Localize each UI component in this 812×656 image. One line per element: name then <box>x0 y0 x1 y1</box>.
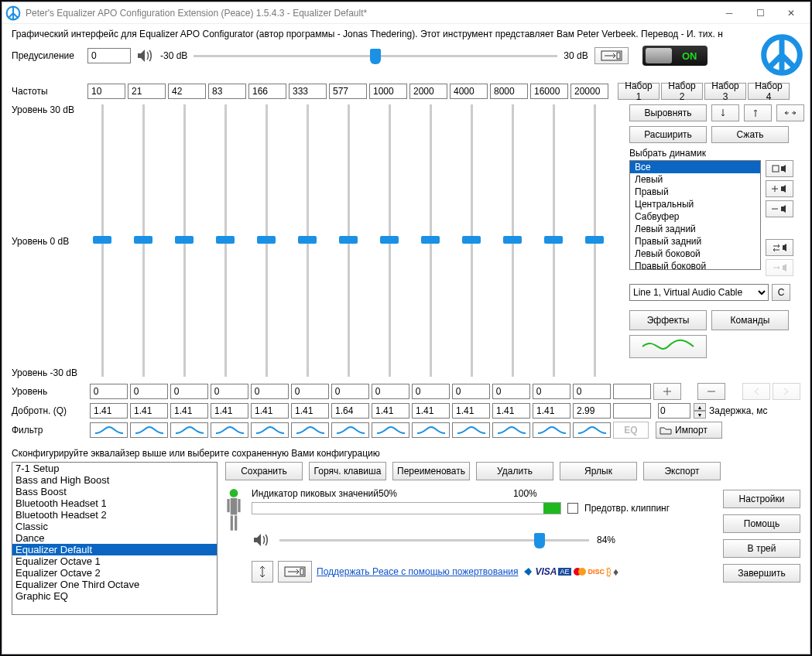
eq-slider-8[interactable] <box>423 104 437 377</box>
shortcut-button[interactable]: Ярлык <box>560 462 637 480</box>
gain-input-1[interactable] <box>130 384 168 399</box>
speaker-icon[interactable] <box>135 47 156 64</box>
tray-button[interactable]: В трей <box>723 539 800 558</box>
preset-item[interactable]: Equalizer Octave 2 <box>12 567 217 579</box>
q-input-4[interactable] <box>251 403 289 419</box>
preset-item[interactable]: Bluetooth Headset 2 <box>12 509 217 521</box>
filter-type-2[interactable] <box>170 422 208 438</box>
frequency-input-7[interactable] <box>369 84 407 99</box>
gain-input-2[interactable] <box>170 384 208 399</box>
frequency-input-10[interactable] <box>490 84 528 99</box>
sort-up-button[interactable] <box>744 104 772 121</box>
gain-right-button[interactable] <box>773 383 800 400</box>
preamp-slider[interactable] <box>194 47 557 64</box>
gain-input-10[interactable] <box>492 384 530 399</box>
gain-input-12[interactable] <box>573 384 611 399</box>
frequency-input-5[interactable] <box>289 84 327 99</box>
speaker-copy-button[interactable] <box>766 259 793 276</box>
speaker-item[interactable]: Левый боковой <box>630 248 760 260</box>
q-extra-input[interactable] <box>613 403 651 419</box>
eq-slider-6[interactable] <box>341 104 355 377</box>
filter-type-12[interactable] <box>573 422 611 438</box>
eq-slider-9[interactable] <box>464 104 478 377</box>
q-input-0[interactable] <box>90 403 128 419</box>
gain-input-3[interactable] <box>211 384 248 399</box>
speaker-remove-button[interactable] <box>766 200 793 217</box>
q-input-3[interactable] <box>211 403 248 419</box>
frequency-input-9[interactable] <box>450 84 488 99</box>
maximize-button[interactable]: ☐ <box>745 3 776 23</box>
settings-button[interactable]: Настройки <box>723 490 800 508</box>
gain-add-button[interactable] <box>653 383 681 400</box>
expand-button[interactable]: Расширить <box>629 126 707 143</box>
preset-slot-1[interactable]: Набор 1 <box>618 83 660 100</box>
speaker-mono-button[interactable] <box>766 160 793 177</box>
preset-item[interactable]: Bass Boost <box>12 486 217 497</box>
delay-input[interactable]: 0 <box>658 403 690 419</box>
frequency-input-6[interactable] <box>329 84 367 99</box>
preset-item[interactable]: Equalizer Default <box>12 544 217 555</box>
gain-left-button[interactable] <box>742 383 770 400</box>
help-button[interactable]: Помощь <box>723 514 800 533</box>
filter-type-10[interactable] <box>492 422 530 438</box>
save-button[interactable]: Сохранить <box>225 462 303 480</box>
power-toggle[interactable]: ON <box>642 46 708 66</box>
gain-input-6[interactable] <box>331 384 369 399</box>
preamp-input[interactable] <box>87 48 131 63</box>
gain-input-0[interactable] <box>90 384 128 399</box>
preset-item[interactable]: Classic <box>12 521 217 532</box>
filter-type-4[interactable] <box>251 422 289 438</box>
volume-icon[interactable] <box>252 531 272 548</box>
q-input-2[interactable] <box>170 403 208 419</box>
frequency-input-8[interactable] <box>409 84 447 99</box>
speaker-item[interactable]: Сабвуфер <box>630 210 760 223</box>
resize-vertical-button[interactable] <box>252 561 273 583</box>
frequency-input-12[interactable] <box>570 84 608 99</box>
q-input-12[interactable] <box>573 403 611 419</box>
speaker-add-button[interactable] <box>766 180 793 197</box>
preset-slot-3[interactable]: Набор 3 <box>704 83 746 100</box>
gain-input-11[interactable] <box>533 384 570 399</box>
device-c-button[interactable]: C <box>772 284 790 301</box>
commands-button[interactable]: Команды <box>711 310 789 330</box>
filter-type-5[interactable] <box>291 422 329 438</box>
speaker-item[interactable]: Правый <box>630 186 760 198</box>
preset-item[interactable]: 7-1 Setup <box>12 463 217 474</box>
q-input-7[interactable] <box>372 403 409 419</box>
preset-slot-4[interactable]: Набор 4 <box>748 83 790 100</box>
q-input-9[interactable] <box>452 403 490 419</box>
frequency-input-2[interactable] <box>168 84 206 99</box>
frequency-input-11[interactable] <box>530 84 568 99</box>
eq-slider-12[interactable] <box>588 104 601 377</box>
preset-item[interactable]: Graphic EQ <box>12 590 217 602</box>
delay-spinner[interactable]: ▲▼ <box>694 403 706 419</box>
eq-slider-0[interactable] <box>95 104 109 377</box>
swap-lr-button[interactable] <box>776 104 804 121</box>
filter-type-6[interactable] <box>331 422 369 438</box>
eq-slider-5[interactable] <box>300 104 314 377</box>
minimize-button[interactable]: ─ <box>714 3 745 23</box>
export-button[interactable]: Экспорт <box>643 462 721 480</box>
preset-item[interactable]: Equalizer Octave 1 <box>12 555 217 567</box>
preset-item[interactable]: Dance <box>12 532 217 544</box>
eq-slider-11[interactable] <box>546 104 560 377</box>
preset-item[interactable]: Bass and High Boost <box>12 474 217 486</box>
gain-input-7[interactable] <box>372 384 409 399</box>
prevent-clipping-checkbox[interactable] <box>567 503 578 514</box>
filter-type-11[interactable] <box>533 422 570 438</box>
filter-type-1[interactable] <box>130 422 168 438</box>
speaker-item[interactable]: Центральный <box>630 198 760 210</box>
q-input-1[interactable] <box>130 403 168 419</box>
eq-slider-4[interactable] <box>259 104 273 377</box>
hotkey-button[interactable]: Горяч. клавиша <box>309 462 386 480</box>
preset-list[interactable]: 7-1 SetupBass and High BoostBass BoostBl… <box>12 462 218 615</box>
q-input-8[interactable] <box>412 403 450 419</box>
gain-input-5[interactable] <box>291 384 329 399</box>
eq-slider-7[interactable] <box>382 104 396 377</box>
frequency-input-0[interactable] <box>87 84 125 99</box>
filter-type-7[interactable] <box>372 422 409 438</box>
filter-type-3[interactable] <box>211 422 248 438</box>
donate-link[interactable]: Поддержать Peace с помощью пожертвования <box>317 566 518 577</box>
flatten-button[interactable]: Выровнять <box>629 104 707 121</box>
eq-slider-10[interactable] <box>505 104 519 377</box>
